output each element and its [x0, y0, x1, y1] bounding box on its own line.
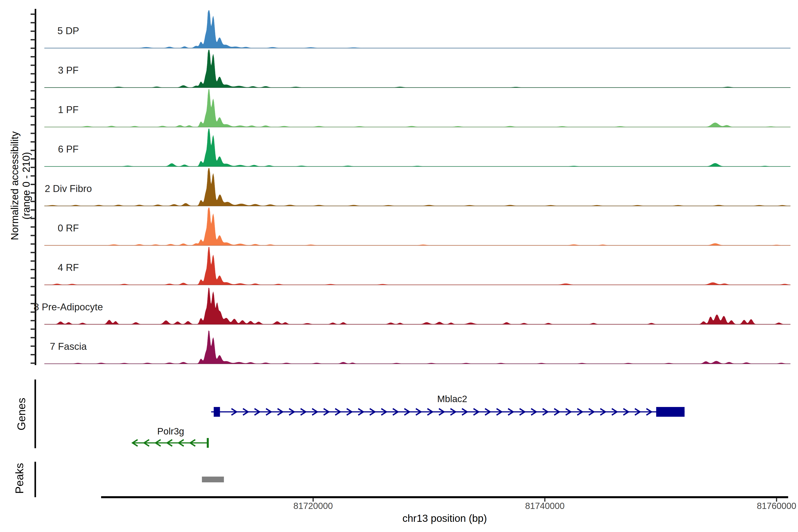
track-label-8-pre-adipocyte: 8 Pre-Adipocyte: [34, 302, 103, 312]
track-signal-6-pf: [44, 129, 791, 167]
track-signal-0-rf: [44, 208, 791, 245]
peak-region-box: [202, 477, 224, 482]
track-label-0-rf: 0 RF: [58, 223, 79, 234]
track-label-4-rf: 4 RF: [58, 262, 79, 273]
track-signal-1-pf: [44, 89, 791, 127]
track-signal-4-rf: [44, 247, 791, 285]
track-signal-5-dp: [44, 11, 791, 48]
gene-label-polr3g: Polr3g: [157, 426, 184, 437]
genome-browser-figure: Normalized accessibility (range 0 - 210)…: [0, 0, 798, 532]
x-tick-label-81720000: 81720000: [293, 501, 333, 511]
track-label-7-fascia: 7 Fascia: [50, 341, 87, 352]
track-label-1-pf: 1 PF: [58, 104, 79, 115]
gene-mblac2-exon: [214, 407, 220, 417]
track-label-6-pf: 6 PF: [58, 144, 79, 155]
x-tick-label-81740000: 81740000: [525, 501, 565, 511]
gene-polr3g-exon: [207, 438, 209, 448]
gene-mblac2-exon: [656, 407, 684, 417]
track-label-5-dp: 5 DP: [57, 25, 79, 36]
track-signal-7-fascia: [44, 330, 791, 364]
x-tick-label-81760000: 81760000: [757, 501, 796, 511]
genes-section-label: Genes: [15, 398, 28, 430]
track-label-3-pf: 3 PF: [58, 65, 79, 76]
y-axis-title: Normalized accessibility (range 0 - 210): [9, 131, 32, 240]
gene-label-mblac2: Mblac2: [437, 394, 467, 404]
y-axis-title-line2: (range 0 - 210): [20, 131, 32, 240]
peaks-section-label: Peaks: [13, 463, 26, 494]
track-signal-3-pf: [44, 50, 791, 88]
track-signal-2-div-fibro: [44, 168, 791, 206]
y-axis-title-line1: Normalized accessibility: [9, 131, 20, 240]
x-axis-title: chr13 position (bp): [402, 512, 487, 524]
track-signal-8-pre-adipocyte: [44, 288, 791, 324]
track-label-2-div-fibro: 2 Div Fibro: [45, 183, 92, 194]
tracks-plot-canvas: [0, 0, 798, 532]
